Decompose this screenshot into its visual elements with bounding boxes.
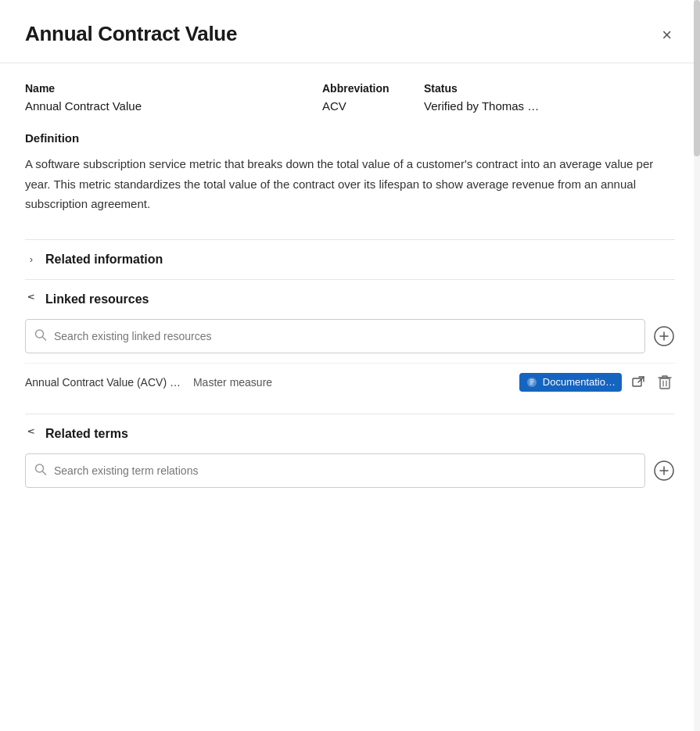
panel-body: Name Annual Contract Value Abbreviation … (0, 63, 700, 535)
svg-rect-6 (633, 378, 641, 386)
open-new-tab-button[interactable] (628, 372, 648, 392)
related-terms-header[interactable]: ∨ Related terms (25, 427, 675, 441)
doc-badge: Documentatio… (519, 373, 622, 392)
definition-label: Definition (25, 131, 675, 145)
related-terms-section: ∨ Related terms (25, 414, 675, 510)
status-value: Verified by Thomas … (424, 99, 675, 113)
delete-resource-button[interactable] (655, 371, 675, 393)
related-terms-search-row (25, 453, 675, 488)
panel-header: Annual Contract Value × (0, 0, 700, 63)
scrollbar-track[interactable] (694, 0, 700, 731)
abbreviation-label: Abbreviation (322, 82, 424, 95)
detail-panel: Annual Contract Value × Name Annual Cont… (0, 0, 700, 731)
resource-actions: Documentatio… (519, 371, 675, 393)
related-information-chevron-icon: › (25, 253, 38, 265)
linked-resources-search-input[interactable] (25, 319, 645, 353)
linked-resources-chevron-icon: ∨ (26, 293, 38, 306)
name-value: Annual Contract Value (25, 99, 322, 113)
related-terms-search-wrapper (25, 453, 645, 488)
panel-title: Annual Contract Value (25, 22, 237, 46)
related-terms-title: Related terms (45, 427, 128, 441)
related-information-header[interactable]: › Related information (25, 253, 675, 267)
status-field-group: Status Verified by Thomas … (424, 82, 675, 113)
abbreviation-value: ACV (322, 99, 424, 113)
linked-resources-title: Linked resources (45, 292, 149, 306)
related-terms-chevron-icon: ∨ (26, 428, 38, 440)
close-button[interactable]: × (659, 23, 675, 47)
related-terms-search-input[interactable] (25, 453, 645, 488)
related-terms-content (25, 441, 675, 488)
name-label: Name (25, 82, 322, 95)
resource-type: Master measure (193, 376, 272, 389)
resource-info: Annual Contract Value (ACV) … Master mea… (25, 376, 513, 389)
linked-resources-section: ∨ Linked resources (25, 279, 675, 414)
name-field-group: Name Annual Contract Value (25, 82, 322, 113)
linked-resources-header[interactable]: ∨ Linked resources (25, 292, 675, 306)
linked-resources-search-row (25, 319, 675, 353)
status-label: Status (424, 82, 675, 95)
scrollbar-thumb[interactable] (694, 0, 700, 156)
related-terms-add-button[interactable] (653, 460, 675, 482)
definition-text: A software subscription service metric t… (25, 154, 675, 214)
fields-row: Name Annual Contract Value Abbreviation … (25, 82, 675, 113)
related-information-title: Related information (45, 253, 163, 267)
svg-rect-8 (660, 378, 669, 389)
doc-badge-icon (526, 376, 538, 389)
resource-name: Annual Contract Value (ACV) … (25, 376, 181, 389)
related-information-section: › Related information (25, 239, 675, 279)
doc-badge-label: Documentatio… (543, 376, 616, 388)
linked-resources-search-wrapper (25, 319, 645, 353)
abbreviation-field-group: Abbreviation ACV (322, 82, 424, 113)
linked-resources-add-button[interactable] (653, 325, 675, 347)
definition-section: Definition A software subscription servi… (25, 131, 675, 214)
linked-resource-row: Annual Contract Value (ACV) … Master mea… (25, 363, 675, 401)
linked-resources-content: Annual Contract Value (ACV) … Master mea… (25, 306, 675, 401)
